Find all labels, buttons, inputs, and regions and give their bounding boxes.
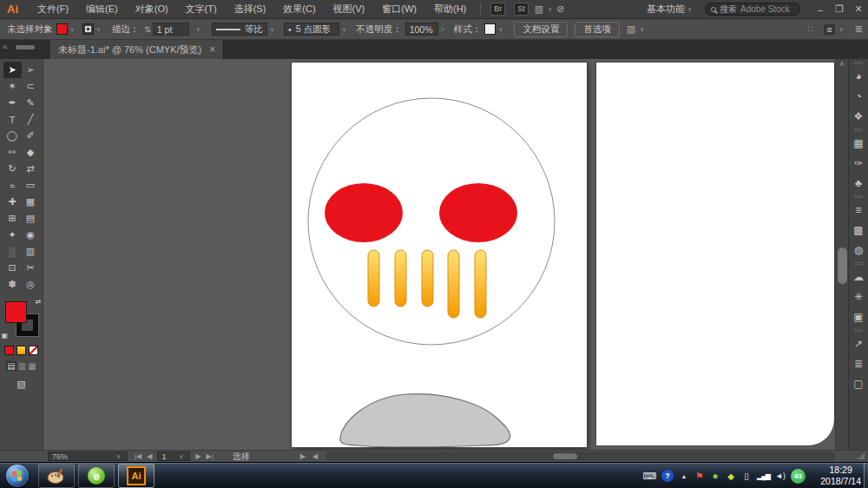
blend-tool[interactable]: ◉ <box>22 227 40 243</box>
document-tab[interactable]: 未标题-1.ai* @ 76% (CMYK/预览) × <box>50 40 224 59</box>
menu-window[interactable]: 窗口(W) <box>373 3 425 16</box>
left-eye-ellipse[interactable] <box>325 183 403 242</box>
default-fill-stroke-icon[interactable]: ▣ <box>2 332 9 340</box>
artboard-2[interactable] <box>596 63 834 445</box>
jaw-blob-shape[interactable] <box>340 394 510 447</box>
opacity-more-icon[interactable]: > <box>441 26 444 32</box>
line-segment-tool[interactable]: ╱ <box>22 111 40 128</box>
type-tool[interactable]: T <box>3 111 22 128</box>
transparency-panel-icon[interactable]: ◍ <box>849 240 868 260</box>
artboards-panel-icon[interactable]: ▢ <box>849 373 868 393</box>
artboard-number-select[interactable]: 1 ∨ <box>157 452 190 461</box>
tooth-bar-3[interactable] <box>422 250 433 307</box>
draw-inside-icon[interactable]: ▦ <box>28 361 36 371</box>
perspective-grid-tool[interactable]: ▦ <box>22 194 40 210</box>
menu-edit[interactable]: 编辑(E) <box>77 3 127 16</box>
360-health-icon[interactable]: 43 <box>791 469 806 484</box>
fill-color-swatch[interactable] <box>56 23 68 35</box>
tooth-bar-4[interactable] <box>448 250 459 318</box>
tab-scroll-pill[interactable] <box>16 45 35 49</box>
rotate-tool[interactable]: ↻ <box>3 161 22 177</box>
chevron-down-icon[interactable]: ∨ <box>342 26 346 33</box>
power-icon[interactable]: ▯ <box>741 472 752 481</box>
gradient-panel-icon[interactable]: ▩ <box>849 220 868 240</box>
panel-group-grip[interactable] <box>849 260 868 267</box>
touch-workspace-icon[interactable]: ⊘ <box>556 3 564 15</box>
lasso-tool[interactable]: ⊂ <box>22 78 40 95</box>
workspace-switcher[interactable]: 基本功能 ∨ <box>647 3 694 16</box>
tooth-bar-1[interactable] <box>368 250 379 307</box>
eyedropper-tool[interactable]: ✦ <box>3 227 22 243</box>
slice-tool[interactable]: ✂ <box>22 260 40 276</box>
magic-wand-tool[interactable]: ✶ <box>3 78 22 95</box>
scale-tool[interactable]: ⇄ <box>22 161 40 177</box>
resize-grip[interactable] <box>858 452 865 459</box>
taskbar-paint-button[interactable] <box>38 464 75 488</box>
dock-control-icon[interactable]: ≡ <box>824 24 834 35</box>
swatches-panel-icon[interactable]: ▦ <box>849 133 868 153</box>
stroke-panel-icon[interactable]: ≡ <box>849 200 868 220</box>
chevron-down-icon[interactable]: ∨ <box>270 26 274 33</box>
artboard-tool[interactable]: ⊡ <box>3 260 22 276</box>
tab-close-icon[interactable]: × <box>209 43 215 56</box>
pen-tool[interactable]: ✒ <box>3 95 22 111</box>
tooth-bar-5[interactable] <box>475 250 486 318</box>
share-icon[interactable]: ▥ <box>627 23 635 35</box>
draw-behind-icon[interactable]: ▥ <box>18 361 26 371</box>
fill-proxy-swatch[interactable] <box>5 301 27 323</box>
vertical-scrollbar[interactable]: ∧ <box>835 59 848 450</box>
shaper-tool[interactable]: ✏ <box>3 144 22 161</box>
volume-icon[interactable]: ◄) <box>775 472 786 480</box>
color-button[interactable] <box>4 346 14 355</box>
shape-builder-tool[interactable]: ✚ <box>3 194 22 210</box>
panel-dots-icon[interactable]: ∷ <box>807 23 813 35</box>
brush-definition-select[interactable]: • 5 点圆形 <box>284 23 339 36</box>
appearance-panel-icon[interactable]: ✳ <box>849 287 868 307</box>
panel-group-grip[interactable] <box>849 193 868 200</box>
menu-select[interactable]: 选择(S) <box>226 3 275 16</box>
menu-help[interactable]: 帮助(H) <box>425 3 475 16</box>
curvature-tool[interactable]: ✎ <box>22 95 40 111</box>
color-guide-panel-icon[interactable]: ◔ <box>849 86 868 106</box>
stroke-weight-value[interactable]: 1 pt <box>153 23 189 36</box>
menu-effect[interactable]: 效果(C) <box>274 3 324 16</box>
list-view-icon[interactable]: ≣ <box>855 23 863 35</box>
stroke-color-swatch[interactable] <box>82 23 94 35</box>
network-status-icon[interactable]: ● <box>710 470 720 482</box>
hand-tool[interactable]: ✽ <box>3 276 22 293</box>
chevron-down-icon[interactable]: ∨ <box>839 26 844 33</box>
ellipse-tool[interactable]: ◯ <box>3 128 22 144</box>
graphic-styles-panel-icon[interactable]: ▣ <box>849 307 868 326</box>
eraser-tool[interactable]: ◆ <box>22 144 40 161</box>
symbols-panel-icon[interactable]: ♣ <box>849 173 868 193</box>
free-transform-tool[interactable]: ▭ <box>22 177 40 194</box>
chevron-down-icon[interactable]: ∨ <box>70 26 75 33</box>
panel-group-grip[interactable] <box>849 59 868 66</box>
scroll-right-icon[interactable]: ▶ <box>300 452 306 460</box>
menu-object[interactable]: 对象(O) <box>127 3 177 16</box>
style-swatch[interactable] <box>484 23 496 35</box>
collapse-panels-icon[interactable]: « <box>3 42 8 51</box>
safety-center-icon[interactable]: ◆ <box>726 472 736 481</box>
show-desktop-button[interactable] <box>864 463 868 488</box>
chevron-down-icon[interactable]: ∨ <box>498 26 503 33</box>
arrange-documents-icon[interactable]: ▥ <box>535 3 543 15</box>
draw-normal-icon[interactable]: ▤ <box>6 361 16 371</box>
hidden-icons-button[interactable]: ▴ <box>679 472 689 480</box>
close-button[interactable]: ✕ <box>849 3 868 15</box>
taskbar-clock[interactable]: 18:29 2018/7/14 <box>820 465 861 487</box>
menu-file[interactable]: 文件(F) <box>29 3 77 16</box>
symbol-sprayer-tool[interactable]: ░ <box>3 243 22 260</box>
preferences-button[interactable]: 首选项 <box>575 22 620 37</box>
opacity-value[interactable]: 100% <box>405 23 438 36</box>
panel-group-grip[interactable] <box>849 326 868 333</box>
gradient-button[interactable] <box>16 346 26 355</box>
next-artboard-icon[interactable]: ▶ <box>195 452 201 460</box>
canvas[interactable] <box>43 59 835 450</box>
artboard-1[interactable] <box>292 63 587 447</box>
color-panel-icon[interactable]: ◕ <box>849 66 868 86</box>
scroll-up-icon[interactable]: ∧ <box>836 60 848 68</box>
first-artboard-icon[interactable]: |◀ <box>135 452 141 460</box>
menu-view[interactable]: 视图(V) <box>325 3 374 16</box>
taskbar-illustrator-button[interactable]: Ai <box>118 464 155 488</box>
